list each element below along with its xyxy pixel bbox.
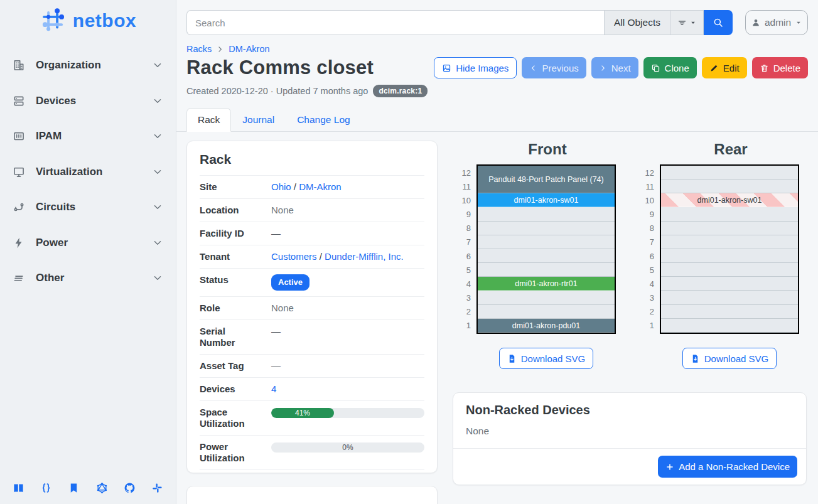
clone-button[interactable]: Clone xyxy=(643,57,697,78)
docs-book-icon[interactable] xyxy=(13,482,24,494)
chevron-right-icon xyxy=(216,45,224,53)
hide-images-button[interactable]: Hide Images xyxy=(434,57,517,78)
add-non-racked-device-button[interactable]: Add a Non-Racked Device xyxy=(658,456,797,478)
object-id-badge: dcim.rack:1 xyxy=(373,85,428,97)
non-racked-footer: Add a Non-Racked Device xyxy=(453,448,806,485)
tab-change-log[interactable]: Change Log xyxy=(286,108,361,132)
slack-icon[interactable] xyxy=(151,482,163,494)
sidebar-item-power[interactable]: Power xyxy=(13,225,163,261)
sidebar-item-ipam[interactable]: IPAM xyxy=(13,119,163,154)
empty-unit-slot[interactable] xyxy=(661,263,798,277)
search-filter-button[interactable] xyxy=(670,10,704,35)
unit-number: 4 xyxy=(455,277,476,291)
chevron-down-icon xyxy=(152,272,163,284)
empty-unit-slot[interactable] xyxy=(478,235,615,249)
info-label: Status xyxy=(200,274,259,291)
info-label: Facility ID xyxy=(200,228,259,239)
empty-unit-slot[interactable] xyxy=(478,222,615,235)
info-row-status: StatusActive xyxy=(200,268,424,296)
empty-unit-slot[interactable] xyxy=(478,291,615,304)
info-label: Space Utilization xyxy=(200,407,259,429)
empty-unit-slot[interactable] xyxy=(661,166,798,180)
info-value: None xyxy=(271,205,424,216)
empty-unit-slot[interactable] xyxy=(661,222,798,235)
empty-unit-slot[interactable] xyxy=(661,319,798,333)
user-menu-button[interactable]: admin xyxy=(745,10,808,35)
building-icon xyxy=(13,59,25,72)
breadcrumb-racks-link[interactable]: Racks xyxy=(186,44,212,54)
empty-unit-slot[interactable] xyxy=(661,249,798,263)
main-area: All Objects admin Racks DM-Akron Rack xyxy=(176,0,818,504)
link-separator: / xyxy=(317,251,325,262)
rack-device-dmi01-akron-rtr01[interactable]: dmi01-akron-rtr01 xyxy=(478,277,615,291)
info-value: — xyxy=(271,326,424,348)
sidebar-item-organization[interactable]: Organization xyxy=(13,48,163,83)
link-dm-akron[interactable]: DM-Akron xyxy=(299,181,342,192)
empty-unit-slot[interactable] xyxy=(661,207,798,221)
devices-count-link[interactable]: 4 xyxy=(271,383,276,394)
empty-unit-slot[interactable] xyxy=(661,180,798,193)
caret-down-icon xyxy=(795,19,802,26)
rack-device-dmi01-akron-sw01[interactable]: dmi01-akron-sw01 xyxy=(478,193,615,207)
tab-journal[interactable]: Journal xyxy=(231,108,286,132)
unit-number: 2 xyxy=(638,305,660,319)
unit-number: 6 xyxy=(638,249,660,263)
info-row-site: SiteOhio / DM-Akron xyxy=(200,175,424,198)
empty-unit-slot[interactable] xyxy=(661,305,798,319)
other-icon xyxy=(13,272,25,284)
edit-button[interactable]: Edit xyxy=(702,57,747,78)
unit-number: 7 xyxy=(455,235,476,249)
empty-unit-slot[interactable] xyxy=(661,291,798,304)
image-icon xyxy=(442,63,451,73)
empty-unit-slot[interactable] xyxy=(478,305,615,319)
rear-elevation: Rear121110987654321dmi01-akron-sw01 xyxy=(638,141,799,334)
sidebar-item-other[interactable]: Other xyxy=(13,260,163,296)
info-row-tenant: TenantCustomers / Dunder-Mifflin, Inc. xyxy=(200,245,424,268)
search-input[interactable] xyxy=(186,10,604,35)
empty-unit-slot[interactable] xyxy=(661,235,798,249)
unit-number: 5 xyxy=(455,263,476,277)
empty-unit-slot[interactable] xyxy=(478,207,615,221)
sidebar-item-devices[interactable]: Devices xyxy=(13,83,163,119)
breadcrumb: Racks DM-Akron xyxy=(176,35,818,54)
sidebar: netbox OrganizationDevicesIPAMVirtualiza… xyxy=(0,0,176,504)
breadcrumb-dm-akron-link[interactable]: DM-Akron xyxy=(229,44,269,54)
rest-api-icon[interactable] xyxy=(40,482,52,494)
download-svg-rear-button[interactable]: Download SVG xyxy=(682,348,777,369)
sidebar-item-virtualization[interactable]: Virtualization xyxy=(13,154,163,190)
sidebar-item-label: Circuits xyxy=(36,201,152,213)
empty-unit-slot[interactable] xyxy=(478,263,615,277)
next-button[interactable]: Next xyxy=(591,57,638,78)
netbox-logo[interactable]: netbox xyxy=(6,8,170,34)
sidebar-item-circuits[interactable]: Circuits xyxy=(13,190,163,225)
previous-button[interactable]: Previous xyxy=(522,57,586,78)
info-label: Role xyxy=(200,303,259,314)
link-customers[interactable]: Customers xyxy=(271,251,317,262)
rack-device-panduit-48-port-patch-panel-74[interactable]: Panduit 48-Port Patch Panel (74) xyxy=(478,166,615,193)
sidebar-item-label: Organization xyxy=(36,59,152,72)
file-download-icon xyxy=(691,354,700,363)
info-row-role: RoleNone xyxy=(200,296,424,319)
unit-number: 8 xyxy=(455,222,476,235)
delete-button[interactable]: Delete xyxy=(752,57,808,78)
tab-rack[interactable]: Rack xyxy=(186,108,231,132)
rack-device-dmi01-akron-pdu01[interactable]: dmi01-akron-pdu01 xyxy=(478,319,615,333)
download-svg-front-button[interactable]: Download SVG xyxy=(499,348,594,369)
page-title: Rack Comms closet xyxy=(186,56,374,79)
graphql-icon[interactable] xyxy=(96,482,108,494)
hide-images-label: Hide Images xyxy=(456,63,509,73)
empty-unit-slot[interactable] xyxy=(478,249,615,263)
add-non-racked-device-label: Add a Non-Racked Device xyxy=(679,461,790,472)
file-download-icon xyxy=(507,354,517,363)
search-scope-button[interactable]: All Objects xyxy=(604,10,670,35)
link-ohio[interactable]: Ohio xyxy=(271,181,291,192)
front-elevation: Front121110987654321Panduit 48-Port Patc… xyxy=(455,141,616,334)
github-icon[interactable] xyxy=(124,482,136,494)
api-docs-icon[interactable] xyxy=(68,482,80,494)
right-column: Front121110987654321Panduit 48-Port Patc… xyxy=(445,141,808,485)
empty-unit-slot[interactable] xyxy=(661,277,798,291)
download-svg-front-label: Download SVG xyxy=(521,353,586,364)
link-dunder-mifflin-inc[interactable]: Dunder-Mifflin, Inc. xyxy=(325,251,404,262)
search-submit-button[interactable] xyxy=(704,10,733,35)
rack-device-dmi01-akron-sw01[interactable]: dmi01-akron-sw01 xyxy=(661,193,798,207)
